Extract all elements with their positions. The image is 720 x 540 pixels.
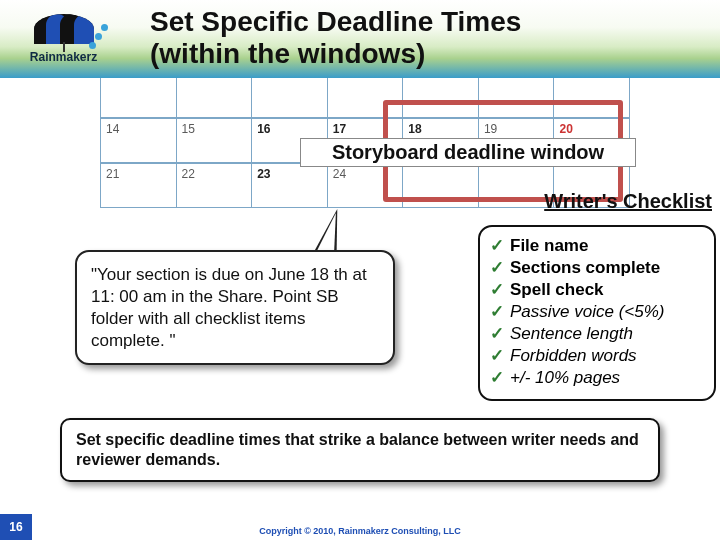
check-icon: ✓ (490, 323, 504, 345)
cal-cell: 22 (177, 163, 253, 208)
deadline-window-label: Storyboard deadline window (300, 138, 636, 167)
page-number: 16 (0, 514, 32, 540)
summary-box: Set specific deadline times that strike … (60, 418, 660, 482)
check-icon: ✓ (490, 279, 504, 301)
logo-text: Rainmakerz (30, 50, 97, 64)
checklist-item: Sentence length (510, 323, 633, 345)
cal-cell: 15 (177, 118, 253, 163)
copyright-text: Copyright © 2010, Rainmakerz Consulting,… (0, 526, 720, 536)
umbrella-icon (34, 14, 94, 48)
logo: Rainmakerz (6, 8, 121, 70)
title-line-2: (within the windows) (150, 38, 425, 69)
checklist-item: File name (510, 235, 588, 257)
checklist-item: Sections complete (510, 257, 660, 279)
checklist-item: +/- 10% pages (510, 367, 620, 389)
check-icon: ✓ (490, 345, 504, 367)
check-icon: ✓ (490, 257, 504, 279)
slide-title: Set Specific Deadline Times (within the … (150, 6, 710, 70)
cal-cell: 23 (252, 163, 328, 208)
check-icon: ✓ (490, 301, 504, 323)
rain-drops-icon (89, 22, 108, 49)
checklist-item: Passive voice (<5%) (510, 301, 664, 323)
summary-text: Set specific deadline times that strike … (76, 431, 639, 468)
checklist-item: Spell check (510, 279, 604, 301)
cal-cell: 21 (100, 163, 177, 208)
speech-bubble: "Your section is due on June 18 th at 11… (75, 250, 395, 365)
title-line-1: Set Specific Deadline Times (150, 6, 521, 37)
check-icon: ✓ (490, 367, 504, 389)
cal-cell (177, 78, 253, 118)
check-icon: ✓ (490, 235, 504, 257)
cal-cell: 14 (100, 118, 177, 163)
checklist-item: Forbidden words (510, 345, 637, 367)
checklist-heading: Writer's Checklist (544, 190, 712, 213)
writers-checklist: ✓File name ✓Sections complete ✓Spell che… (478, 225, 716, 401)
cal-cell (252, 78, 328, 118)
slide: Rainmakerz Set Specific Deadline Times (… (0, 0, 720, 540)
cal-cell (100, 78, 177, 118)
speech-bubble-text: "Your section is due on June 18 th at 11… (91, 265, 367, 350)
